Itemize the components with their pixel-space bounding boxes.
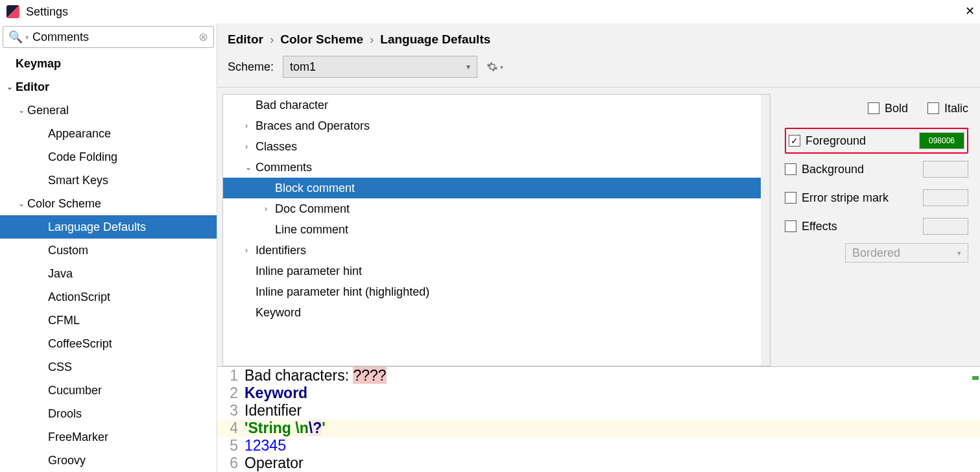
category-item-line-comment[interactable]: Line comment <box>223 219 770 240</box>
chevron-right-icon: › <box>370 32 374 47</box>
category-list: Bad character›Braces and Operators›Class… <box>222 94 771 366</box>
chevron-down-icon: ▾ <box>466 62 470 71</box>
line-number: 3 <box>217 402 245 419</box>
search-input[interactable] <box>32 30 198 44</box>
clear-icon[interactable]: ⊗ <box>198 30 208 44</box>
chevron-icon: › <box>245 246 256 255</box>
italic-checkbox[interactable]: Italic <box>927 95 968 121</box>
sidebar-item-code-folding[interactable]: Code Folding <box>0 145 217 169</box>
close-icon[interactable]: ✕ <box>965 4 975 18</box>
preview-line: 512345 <box>217 437 980 454</box>
category-item-identifiers[interactable]: ›Identifiers <box>223 240 770 261</box>
chevron-down-icon[interactable]: ▾ <box>25 34 29 41</box>
sidebar: 🔍 ▾ ⊗ Keymap⌄Editor⌄GeneralAppearanceCod… <box>0 23 217 472</box>
error-stripe-checkbox[interactable]: Error stripe mark <box>785 185 889 211</box>
chevron-icon: ⌄ <box>18 106 27 115</box>
sidebar-item-drools[interactable]: Drools <box>0 402 217 425</box>
scheme-value: tom1 <box>290 60 316 74</box>
line-number: 1 <box>217 367 245 384</box>
breadcrumb: Editor › Color Scheme › Language Default… <box>217 23 980 56</box>
chevron-icon: ⌄ <box>245 163 256 172</box>
sidebar-item-java[interactable]: Java <box>0 262 217 285</box>
effects-checkbox[interactable]: Effects <box>785 213 837 239</box>
sidebar-item-color-scheme[interactable]: ⌄Color Scheme <box>0 192 217 215</box>
chevron-icon: › <box>245 121 256 130</box>
chevron-right-icon: › <box>270 32 274 47</box>
scheme-select[interactable]: tom1 ▾ <box>283 56 477 78</box>
breadcrumb-item: Language Defaults <box>380 32 490 47</box>
effects-color-swatch[interactable] <box>923 218 968 235</box>
gear-icon[interactable]: ▾ <box>486 61 503 73</box>
bold-checkbox[interactable]: Bold <box>868 95 908 121</box>
effects-type-select[interactable]: Bordered ▾ <box>845 243 968 263</box>
chevron-down-icon: ▾ <box>957 249 961 257</box>
preview-line: 2Keyword <box>217 384 980 402</box>
preview-line: 4'String \n\?' <box>217 419 980 437</box>
sidebar-item-css[interactable]: CSS <box>0 355 217 379</box>
effects-row: Effects <box>785 213 968 239</box>
sidebar-item-actionscript[interactable]: ActionScript <box>0 285 217 309</box>
foreground-color-swatch[interactable]: 098006 <box>919 132 964 149</box>
category-item-inline-parameter-hint[interactable]: Inline parameter hint <box>223 261 770 281</box>
background-checkbox[interactable]: Background <box>785 156 864 182</box>
scroll-marker[interactable] <box>972 376 979 380</box>
category-item-bad-character[interactable]: Bad character <box>223 95 770 115</box>
category-item-classes[interactable]: ›Classes <box>223 136 770 157</box>
foreground-row: Foreground 098006 <box>785 128 968 154</box>
line-number: 5 <box>217 437 245 454</box>
sidebar-item-keymap[interactable]: Keymap <box>0 52 217 75</box>
category-item-inline-parameter-hint-highlighted-[interactable]: Inline parameter hint (highlighted) <box>223 281 770 302</box>
search-field[interactable]: 🔍 ▾ ⊗ <box>3 26 214 48</box>
category-item-block-comment[interactable]: Block comment <box>223 178 770 198</box>
scrollbar[interactable] <box>761 95 770 366</box>
code-preview: 1Bad characters: ????2Keyword3Identifier… <box>217 366 980 472</box>
sidebar-item-language-defaults[interactable]: Language Defaults <box>0 215 217 239</box>
breadcrumb-item[interactable]: Editor <box>228 32 263 47</box>
line-number: 6 <box>217 454 245 472</box>
background-color-swatch[interactable] <box>923 161 968 178</box>
chevron-icon: › <box>265 204 275 213</box>
line-number: 2 <box>217 384 245 402</box>
chevron-icon: ⌄ <box>6 82 16 91</box>
settings-tree: Keymap⌄Editor⌄GeneralAppearanceCode Fold… <box>0 52 217 472</box>
error-stripe-row: Error stripe mark <box>785 185 968 211</box>
category-item-keyword[interactable]: Keyword <box>223 302 770 323</box>
window-title: Settings <box>26 5 68 19</box>
scheme-label: Scheme: <box>228 60 274 74</box>
line-number: 4 <box>217 419 245 437</box>
sidebar-item-custom[interactable]: Custom <box>0 239 217 262</box>
sidebar-item-appearance[interactable]: Appearance <box>0 122 217 145</box>
preview-line: 3Identifier <box>217 402 980 419</box>
preview-line: 6Operator <box>217 454 980 472</box>
sidebar-item-general[interactable]: ⌄General <box>0 99 217 122</box>
sidebar-item-cfml[interactable]: CFML <box>0 309 217 332</box>
sidebar-item-coffeescript[interactable]: CoffeeScript <box>0 332 217 355</box>
sidebar-item-groovy[interactable]: Groovy <box>0 449 217 472</box>
app-icon <box>6 5 19 18</box>
breadcrumb-item[interactable]: Color Scheme <box>280 32 363 47</box>
titlebar: Settings ✕ <box>0 0 980 23</box>
preview-line: 1Bad characters: ???? <box>217 367 980 384</box>
foreground-checkbox[interactable]: Foreground <box>789 128 866 154</box>
chevron-icon: › <box>245 142 256 151</box>
sidebar-item-editor[interactable]: ⌄Editor <box>0 75 217 99</box>
category-item-braces-and-operators[interactable]: ›Braces and Operators <box>223 115 770 136</box>
search-icon: 🔍 <box>8 30 23 44</box>
chevron-icon: ⌄ <box>18 199 27 208</box>
background-row: Background <box>785 156 968 182</box>
sidebar-item-smart-keys[interactable]: Smart Keys <box>0 169 217 192</box>
sidebar-item-freemarker[interactable]: FreeMarker <box>0 425 217 449</box>
error-stripe-color-swatch[interactable] <box>923 189 968 206</box>
sidebar-item-cucumber[interactable]: Cucumber <box>0 379 217 402</box>
category-item-comments[interactable]: ⌄Comments <box>223 157 770 178</box>
category-item-doc-comment[interactable]: ›Doc Comment <box>223 198 770 219</box>
properties-panel: Bold Italic Foreground 098006 <box>771 88 980 366</box>
